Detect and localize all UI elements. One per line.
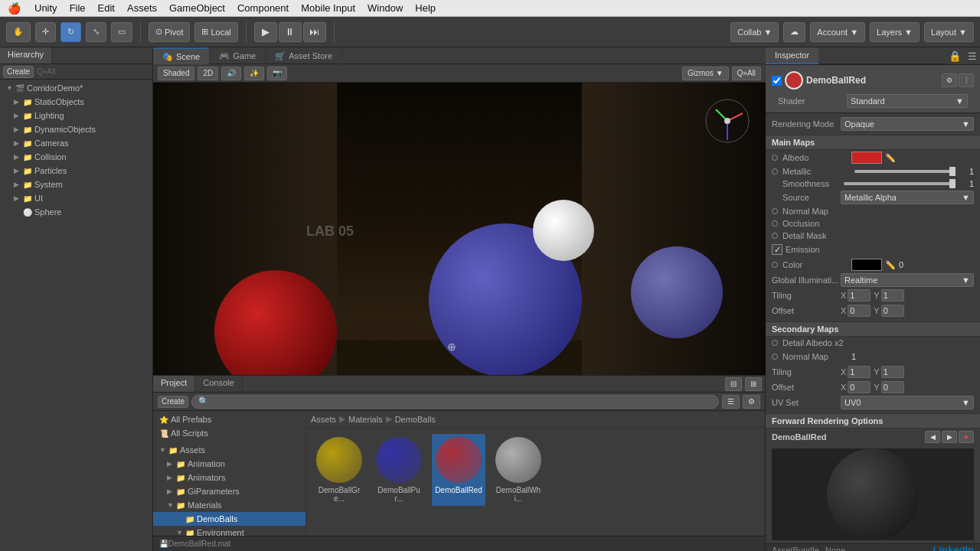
hierarchy-item-staticobjects[interactable]: ▶ 📁 StaticObjects <box>0 95 152 109</box>
cloud-button[interactable]: ☁ <box>783 22 805 42</box>
emission-checkbox[interactable]: ✓ <box>772 244 782 255</box>
tab-console[interactable]: Console <box>195 376 242 392</box>
albedo-dot[interactable] <box>772 155 778 161</box>
hierarchy-item-dynamicobjects[interactable]: ▶ 📁 DynamicObjects <box>0 122 152 136</box>
move-tool[interactable]: ✛ <box>35 22 56 42</box>
hierarchy-item-cameras[interactable]: ▶ 📁 Cameras <box>0 136 152 150</box>
play-button[interactable]: ▶ <box>254 22 277 42</box>
tab-game[interactable]: 🎮 Game <box>210 47 266 64</box>
inspector-settings-btn[interactable]: ⚙ <box>942 73 957 87</box>
hand-tool[interactable]: ✋ <box>6 22 31 42</box>
asset-item-0[interactable]: DemoBallGre... <box>312 434 366 506</box>
rotate-tool[interactable]: ↻ <box>60 22 81 42</box>
tree-all-prefabs[interactable]: ⭐ All Prefabs <box>153 412 305 426</box>
hierarchy-root[interactable]: ▼ 🎬 CorridorDemo* <box>0 81 152 95</box>
inspector-lock-button[interactable]: 🔒 <box>946 47 965 64</box>
project-search[interactable]: 🔍 <box>191 395 719 409</box>
tiling-x-input[interactable] <box>848 289 871 302</box>
sec-tiling-x-input[interactable] <box>848 366 871 378</box>
project-create-button[interactable]: Create <box>158 396 188 408</box>
color-picker-icon[interactable]: ✏️ <box>885 260 896 270</box>
metallic-handle[interactable] <box>949 167 956 176</box>
hierarchy-create-button[interactable]: Create <box>3 66 34 78</box>
pivot-button[interactable]: ⊙ Pivot <box>149 22 190 42</box>
menu-file[interactable]: File <box>64 1 92 15</box>
menu-component[interactable]: Component <box>231 1 295 15</box>
albedo-color-swatch[interactable] <box>851 152 882 164</box>
search-all[interactable]: Q»All <box>732 67 761 80</box>
hierarchy-item-ui[interactable]: ▶ 📁 UI <box>0 191 152 205</box>
color-dot[interactable] <box>772 262 778 268</box>
breadcrumb-demoballs[interactable]: DemoBalls <box>395 415 436 424</box>
source-dropdown[interactable]: Metallic Alpha ▼ <box>841 191 974 204</box>
tree-environment[interactable]: ▼ 📁 Environment <box>153 526 305 536</box>
asset-item-3[interactable]: DemoBallWhi... <box>492 434 545 506</box>
menu-window[interactable]: Window <box>361 1 409 15</box>
pause-button[interactable]: ⏸ <box>279 22 302 42</box>
metallic-dot[interactable] <box>772 168 778 174</box>
hierarchy-item-sphere[interactable]: ⚪ Sphere <box>0 205 152 219</box>
audio-button[interactable]: 🔊 <box>221 67 241 80</box>
sec-offset-x-input[interactable] <box>848 381 871 393</box>
hierarchy-item-particles[interactable]: ▶ 📁 Particles <box>0 164 152 178</box>
breadcrumb-materials[interactable]: Materials <box>348 415 383 424</box>
tab-project[interactable]: Project <box>153 376 195 392</box>
shader-dropdown[interactable]: Standard ▼ <box>847 94 968 108</box>
collab-button[interactable]: Collab ▼ <box>730 22 779 42</box>
project-expand-button[interactable]: ⊞ <box>745 377 762 391</box>
account-button[interactable]: Account ▼ <box>810 22 865 42</box>
menu-mobile-input[interactable]: Mobile Input <box>295 1 361 15</box>
scene-orientation-gizmo[interactable] <box>704 98 750 144</box>
project-options-1[interactable]: ☰ <box>722 395 740 409</box>
local-button[interactable]: ⊞ Local <box>194 22 237 42</box>
menu-unity[interactable]: Unity <box>28 1 64 15</box>
tree-materials[interactable]: ▼ 📁 Materials <box>153 498 305 512</box>
scene-viewport[interactable]: LAB 05 ⊕ Persp <box>153 83 766 551</box>
tiling-y-input[interactable] <box>881 289 904 302</box>
inspector-menu-button[interactable]: ☰ <box>965 47 980 64</box>
asset-item-2[interactable]: DemoBallRed <box>432 434 485 506</box>
layers-button[interactable]: Layers ▼ <box>870 22 920 42</box>
breadcrumb-assets[interactable]: Assets <box>311 415 336 424</box>
hierarchy-item-system[interactable]: ▶ 📁 System <box>0 178 152 191</box>
normal-dot[interactable] <box>772 208 778 214</box>
tab-scene[interactable]: 🎭 Scene <box>153 47 210 64</box>
metallic-slider-track[interactable] <box>854 170 956 173</box>
tree-animators[interactable]: ▶ 📁 Animators <box>153 471 305 484</box>
albedo-picker-icon[interactable]: ✏️ <box>885 153 896 163</box>
step-button[interactable]: ⏭ <box>303 22 326 42</box>
project-options-2[interactable]: ⚙ <box>743 395 760 409</box>
apple-menu[interactable]: 🍎 <box>0 2 28 15</box>
effects-button[interactable]: ✨ <box>244 67 264 80</box>
shading-dropdown[interactable]: Shaded <box>158 67 194 80</box>
menu-help[interactable]: Help <box>409 1 442 15</box>
rect-tool[interactable]: ▭ <box>111 22 132 42</box>
sec-normal-dot[interactable] <box>772 354 778 360</box>
inspector-more-btn[interactable]: ⋮ <box>959 73 974 87</box>
camera-button[interactable]: 📷 <box>267 67 287 80</box>
offset-x-input[interactable] <box>848 305 871 317</box>
object-active-checkbox[interactable] <box>772 76 782 86</box>
asset-item-1[interactable]: DemoBallPur... <box>372 434 426 506</box>
rendering-mode-dropdown[interactable]: Opaque ▼ <box>841 117 974 131</box>
hierarchy-item-lighting[interactable]: ▶ 📁 Lighting <box>0 109 152 122</box>
uv-set-dropdown[interactable]: UV0 ▼ <box>841 396 974 409</box>
forward-play-btn[interactable]: ▶ <box>942 431 957 443</box>
menu-assets[interactable]: Assets <box>121 1 163 15</box>
tab-asset-store[interactable]: 🛒 Asset Store <box>266 47 342 64</box>
tree-demoballs[interactable]: 📁 DemoBalls <box>153 512 305 526</box>
2d-button[interactable]: 2D <box>198 67 218 80</box>
detail-albedo-dot[interactable] <box>772 340 778 346</box>
gi-dropdown[interactable]: Realtime ▼ <box>841 273 974 287</box>
inspector-tab[interactable]: Inspector <box>766 47 818 64</box>
color-swatch[interactable] <box>851 259 882 271</box>
scale-tool[interactable]: ⤡ <box>86 22 106 42</box>
layout-button[interactable]: Layout ▼ <box>924 22 974 42</box>
hierarchy-tab[interactable]: Hierarchy <box>0 47 52 64</box>
tree-all-scripts[interactable]: 📜 All Scripts <box>153 426 305 440</box>
tree-giparams[interactable]: ▶ 📁 GiParameters <box>153 484 305 498</box>
project-collapse-button[interactable]: ⊟ <box>725 377 742 391</box>
smoothness-handle[interactable] <box>949 179 956 188</box>
offset-y-input[interactable] <box>881 305 904 317</box>
menu-gameobject[interactable]: GameObject <box>163 1 231 15</box>
